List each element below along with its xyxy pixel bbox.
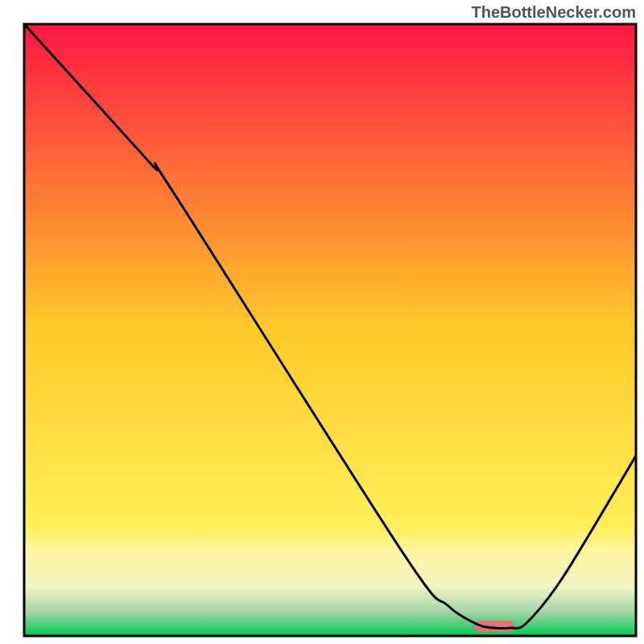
bottleneck-chart — [0, 0, 644, 644]
watermark-text: TheBottleNecker.com — [471, 3, 636, 22]
chart-container: TheBottleNecker.com — [0, 0, 644, 644]
gradient-background — [24, 24, 636, 636]
